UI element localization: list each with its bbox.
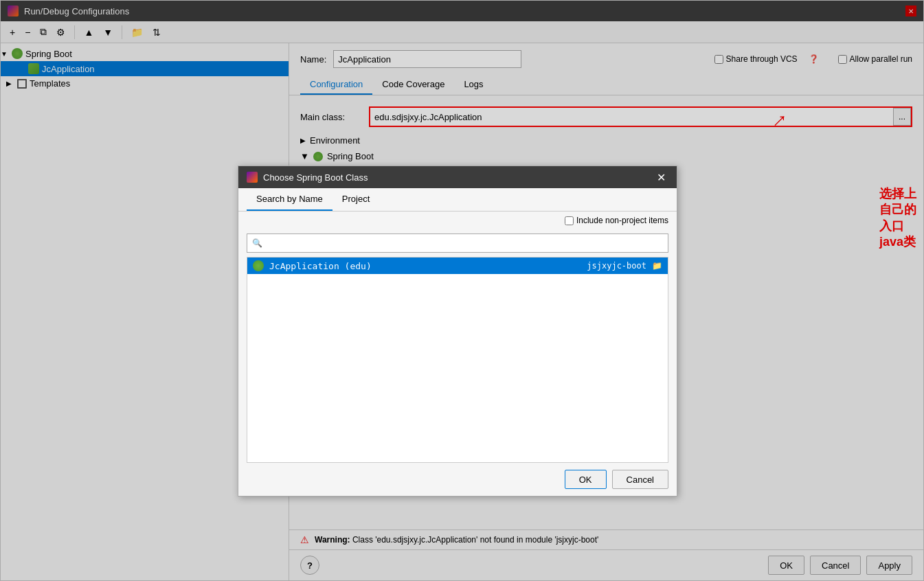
modal-footer: OK Cancel (238, 463, 677, 496)
modal-options-row: Include non-project items (238, 212, 677, 229)
modal-ok-button[interactable]: OK (565, 470, 607, 489)
choose-class-modal: Choose Spring Boot Class ✕ Search by Nam… (238, 166, 677, 497)
class-list: JcApplication (edu) jsjxyjc-boot 📁 (247, 257, 668, 463)
include-non-project-label: Include non-project items (576, 216, 668, 225)
list-item-module-icon: 📁 (652, 261, 662, 271)
list-item-spring-icon (253, 260, 264, 271)
modal-title-text: Choose Spring Boot Class (263, 172, 368, 183)
modal-tab-project[interactable]: Project (333, 188, 379, 211)
modal-search-row: 🔍 (238, 229, 677, 257)
modal-tabs: Search by Name Project (238, 188, 677, 212)
list-item-module: jsjxyjc-boot (587, 261, 646, 271)
class-search-input[interactable] (247, 233, 668, 253)
search-icon: 🔍 (252, 238, 262, 248)
list-item-name: JcApplication (edu) (269, 261, 581, 271)
list-item[interactable]: JcApplication (edu) jsjxyjc-boot 📁 (247, 258, 668, 274)
modal-cancel-button[interactable]: Cancel (612, 470, 668, 489)
modal-icon (247, 172, 258, 183)
modal-close-button[interactable]: ✕ (654, 171, 668, 184)
modal-title: Choose Spring Boot Class (247, 172, 368, 183)
modal-title-bar: Choose Spring Boot Class ✕ (238, 166, 677, 188)
include-non-project-checkbox[interactable] (565, 216, 574, 225)
modal-overlay: Choose Spring Boot Class ✕ Search by Nam… (1, 1, 923, 580)
search-wrapper: 🔍 (247, 233, 668, 253)
modal-tab-search-by-name[interactable]: Search by Name (247, 188, 333, 211)
include-non-project-item: Include non-project items (565, 216, 668, 225)
main-window: Run/Debug Configurations ✕ + − ⧉ ⚙ ▲ ▼ 📁… (0, 0, 924, 581)
